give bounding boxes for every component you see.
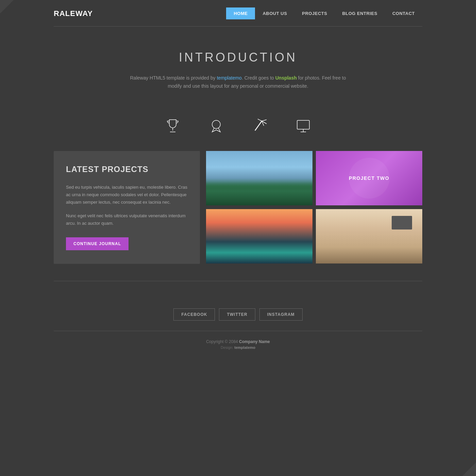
trophy-icon: [165, 118, 181, 134]
templatemo-footer-link[interactable]: templatemo: [234, 345, 255, 350]
intro-text-pre: Raleway HTML5 template is provided by: [130, 75, 217, 81]
instagram-button[interactable]: INSTAGRAM: [259, 308, 303, 321]
nav-item-contact[interactable]: CONTACT: [385, 7, 422, 19]
projects-divider: [54, 281, 422, 281]
monitor-svg: [295, 118, 311, 134]
projects-para2: Nunc eget velit nec felis ultrices vulpu…: [66, 212, 188, 227]
project-item-sunset[interactable]: [206, 209, 312, 264]
desk-image: [316, 209, 422, 264]
copyright-line: Copyright © 2084 Company Name: [54, 339, 422, 344]
svg-line-6: [258, 119, 262, 121]
intro-section: INTRODUCTION Raleway HTML5 template is p…: [54, 40, 422, 104]
intro-title: INTRODUCTION: [54, 50, 422, 65]
copyright-text: Copyright © 2084: [206, 339, 239, 344]
company-name: Company Name: [239, 339, 270, 344]
project-item-purple[interactable]: PROJECT TWO: [316, 151, 422, 206]
projects-section: LATEST PROJECTS Sed eu turpis vehicula, …: [54, 151, 422, 264]
projects-grid: PROJECT TWO: [206, 151, 422, 264]
nav-links: HOME ABOUT US PROJECTS BLOG ENTRIES CONT…: [226, 7, 422, 19]
project-item-mountain[interactable]: [206, 151, 312, 206]
nav-item-blog[interactable]: BLOG ENTRIES: [335, 7, 385, 19]
svg-line-4: [262, 120, 267, 121]
project-purple-bg: PROJECT TWO: [316, 151, 422, 205]
monitor-icon: [295, 118, 311, 134]
navbar: RALEWAY HOME ABOUT US PROJECTS BLOG ENTR…: [54, 0, 422, 26]
ribbon-icon: [208, 118, 224, 134]
magic-icon: [252, 118, 268, 134]
intro-text-mid: . Credit goes to: [242, 75, 275, 81]
design-credit: Design: templatemo: [54, 345, 422, 350]
twitter-button[interactable]: TWITTER: [219, 308, 255, 321]
nav-link-home[interactable]: HOME: [226, 7, 255, 19]
projects-title: LATEST PROJECTS: [66, 165, 188, 174]
footer-copyright: Copyright © 2084 Company Name Design: te…: [54, 331, 422, 358]
templatemo-link[interactable]: templatemo: [217, 75, 242, 81]
icons-row: [54, 118, 422, 134]
logo: RALEWAY: [54, 9, 93, 18]
unsplash-link[interactable]: Unsplash: [275, 75, 297, 81]
facebook-button[interactable]: FACEBOOK: [173, 308, 215, 321]
intro-description: Raleway HTML5 template is provided by te…: [126, 74, 350, 90]
nav-link-about[interactable]: ABOUT US: [255, 7, 294, 19]
nav-item-about[interactable]: ABOUT US: [255, 7, 294, 19]
magic-svg: [252, 118, 268, 134]
nav-link-projects[interactable]: PROJECTS: [294, 7, 335, 19]
nav-item-projects[interactable]: PROJECTS: [294, 7, 335, 19]
svg-line-3: [255, 121, 262, 131]
social-buttons-row: FACEBOOK TWITTER INSTAGRAM: [54, 295, 422, 331]
projects-text-box: LATEST PROJECTS Sed eu turpis vehicula, …: [54, 151, 200, 264]
svg-rect-8: [297, 120, 309, 129]
design-text: Design:: [221, 345, 234, 350]
trophy-svg: [165, 118, 181, 134]
nav-link-contact[interactable]: CONTACT: [385, 7, 422, 19]
continue-journal-button[interactable]: CONTINUE JOURNAL: [66, 237, 129, 250]
ribbon-svg: [208, 118, 224, 134]
projects-para1: Sed eu turpis vehicula, iaculis sapien e…: [66, 184, 188, 206]
sunset-rock-image: [206, 209, 312, 264]
project-two-label: PROJECT TWO: [349, 175, 389, 181]
svg-point-2: [212, 120, 220, 129]
mountain-lake-image: [206, 151, 312, 205]
nav-item-home[interactable]: HOME: [226, 7, 255, 19]
nav-link-blog[interactable]: BLOG ENTRIES: [335, 7, 385, 19]
nav-divider: [54, 26, 422, 27]
project-item-desk[interactable]: [316, 209, 422, 264]
